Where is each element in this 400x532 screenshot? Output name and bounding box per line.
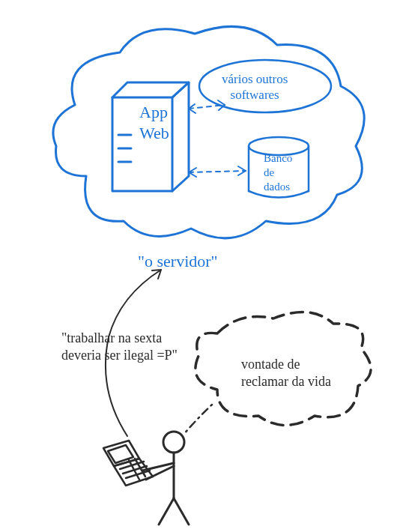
cloud-caption: "o servidor": [138, 251, 218, 272]
other-software-label: vários outros softwares: [222, 71, 288, 103]
arrow-server-to-database-icon: [189, 166, 246, 177]
cloud-icon: [53, 26, 364, 238]
thought-text-label: vontade de reclamar da vida: [241, 356, 331, 390]
diagram-stage: App Web vários outros softwares Banco de…: [0, 0, 400, 532]
arrow-server-to-softwares-icon: [189, 100, 225, 113]
database-label: Banco de dados: [264, 151, 292, 193]
server-label: App Web: [139, 102, 169, 143]
laptop-icon: [103, 441, 153, 486]
thought-leader-icon: [184, 405, 212, 435]
svg-point-2: [163, 432, 184, 453]
user-message-label: "trabalhar na sexta deveria ser ilegal =…: [61, 330, 178, 363]
